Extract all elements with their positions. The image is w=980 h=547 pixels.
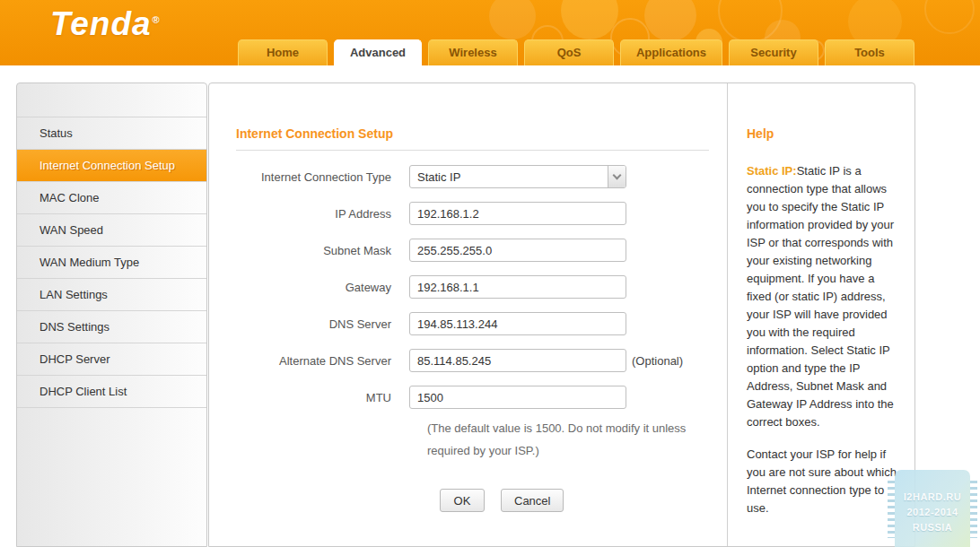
ip-address-label: IP Address: [236, 207, 409, 221]
sidebar-item-status[interactable]: Status: [17, 117, 206, 150]
ok-button[interactable]: OK: [440, 489, 485, 512]
form-buttons: OK Cancel: [236, 489, 727, 512]
tab-tools[interactable]: Tools: [825, 39, 914, 65]
main-nav-tabs: Home Advanced Wireless QoS Applications …: [238, 39, 914, 65]
sidebar-menu: Status Internet Connection Setup MAC Clo…: [16, 82, 207, 547]
mtu-note-line1: (The default value is 1500. Do not modif…: [427, 417, 727, 439]
form-row: IP Address: [236, 202, 727, 225]
subnet-mask-field[interactable]: [409, 239, 626, 262]
tab-qos[interactable]: QoS: [524, 39, 614, 65]
mtu-field[interactable]: [409, 386, 626, 409]
ip-address-field[interactable]: [409, 202, 626, 225]
form-row: Subnet Mask: [236, 239, 727, 262]
help-paragraph-1: Static IP:Static IP is a connection type…: [747, 162, 900, 431]
dns-server-field[interactable]: [409, 312, 626, 335]
tab-home[interactable]: Home: [238, 39, 328, 65]
help-text-1: Static IP is a connection type that allo…: [747, 164, 894, 429]
connection-type-label: Internet Connection Type: [236, 170, 409, 184]
sidebar-item-wan-speed[interactable]: WAN Speed: [17, 214, 206, 247]
sidebar-item-lan-settings[interactable]: LAN Settings: [17, 279, 206, 311]
router-admin-page: Tenda® Home Advanced Wireless QoS Applic…: [0, 0, 980, 547]
bubble-decoration: [489, 0, 536, 39]
i2hard-watermark: I2HARD.RU 2012-2014 RUSSIA: [895, 470, 970, 547]
selected-option: Static IP: [410, 170, 608, 184]
bubble-decoration: [924, 0, 975, 34]
chevron-down-icon: [613, 170, 622, 179]
sidebar-item-dhcp-server[interactable]: DHCP Server: [17, 343, 206, 376]
tab-applications[interactable]: Applications: [620, 39, 722, 65]
mtu-note-line2: required by your ISP.): [427, 439, 727, 462]
help-title: Help: [747, 126, 900, 141]
select-dropdown-button[interactable]: [608, 166, 626, 187]
connection-type-select[interactable]: Static IP: [409, 165, 626, 188]
form-row: Gateway: [236, 275, 727, 299]
internet-connection-form: Internet Connection Setup Internet Conne…: [209, 83, 728, 546]
form-row: Internet Connection Type Static IP: [236, 165, 727, 188]
help-term-static-ip: Static IP:: [747, 164, 797, 178]
gateway-label: Gateway: [236, 281, 409, 294]
sidebar-item-dhcp-client-list[interactable]: DHCP Client List: [17, 376, 206, 408]
form-row: DNS Server: [236, 312, 727, 335]
form-row: Alternate DNS Server (Optional): [236, 349, 727, 372]
dns-server-label: DNS Server: [236, 317, 409, 331]
mtu-note: (The default value is 1500. Do not modif…: [427, 417, 727, 462]
help-paragraph-2: Contact your ISP for help if you are not…: [747, 446, 900, 517]
watermark-line1: I2HARD.RU: [895, 490, 970, 505]
cancel-button[interactable]: Cancel: [501, 489, 564, 512]
watermark-line3: RUSSIA: [895, 520, 970, 535]
form-row: MTU: [236, 386, 727, 409]
tab-advanced[interactable]: Advanced: [334, 39, 422, 65]
watermark-line2: 2012-2014: [895, 505, 970, 520]
main-panel: Internet Connection Setup Internet Conne…: [208, 82, 915, 547]
bubble-decoration: [644, 0, 696, 41]
help-panel: Help Static IP:Static IP is a connection…: [728, 83, 914, 546]
optional-hint: (Optional): [632, 354, 683, 368]
alternate-dns-server-field[interactable]: [409, 349, 626, 372]
tenda-logo: Tenda®: [50, 5, 161, 43]
page-title: Internet Connection Setup: [236, 126, 727, 141]
tab-wireless[interactable]: Wireless: [428, 39, 518, 65]
sidebar-item-internet-connection-setup[interactable]: Internet Connection Setup: [17, 150, 206, 182]
app-header: Tenda® Home Advanced Wireless QoS Applic…: [0, 0, 980, 65]
gateway-field[interactable]: [409, 275, 626, 299]
mtu-label: MTU: [236, 391, 409, 404]
sidebar-item-dns-settings[interactable]: DNS Settings: [17, 311, 206, 343]
sidebar-spacer: [17, 83, 206, 117]
title-divider: [236, 150, 709, 151]
subnet-mask-label: Subnet Mask: [236, 244, 409, 257]
sidebar-item-wan-medium-type[interactable]: WAN Medium Type: [17, 247, 206, 279]
registered-mark: ®: [153, 14, 161, 25]
sidebar-item-mac-clone[interactable]: MAC Clone: [17, 182, 206, 214]
alternate-dns-server-label: Alternate DNS Server: [236, 354, 409, 368]
tab-security[interactable]: Security: [729, 39, 818, 65]
